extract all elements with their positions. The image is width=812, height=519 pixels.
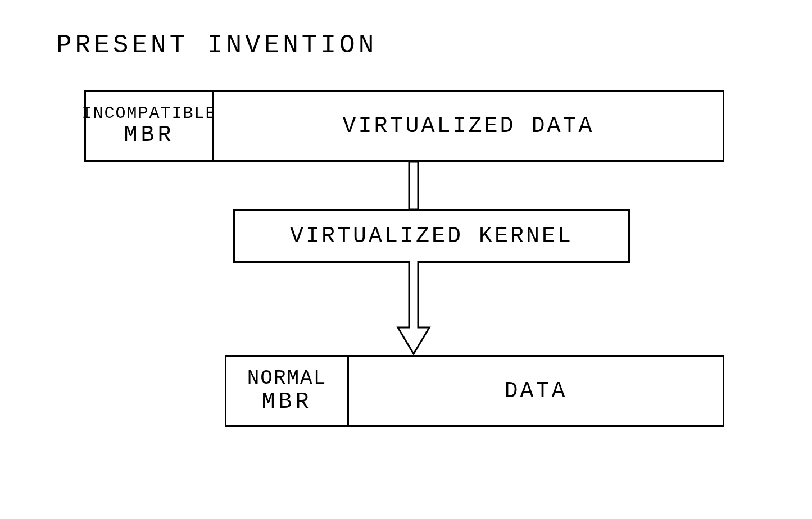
virtualized-kernel-label: VIRTUALIZED KERNEL [290,224,573,249]
data-label: DATA [504,379,567,404]
normal-mbr-cell: NORMAL MBR [225,355,349,427]
mbr-label-bottom: MBR [261,390,312,415]
incompatible-mbr-cell: INCOMPATIBLE MBR [84,90,214,162]
normal-label: NORMAL [247,367,327,390]
virtualized-data-label: VIRTUALIZED DATA [342,113,594,139]
diagram-title: PRESENT INVENTION [56,31,377,60]
svg-rect-0 [409,162,418,210]
mbr-label-top: MBR [124,123,174,148]
data-cell: DATA [349,355,724,427]
virtualized-data-cell: VIRTUALIZED DATA [214,90,724,162]
top-row: INCOMPATIBLE MBR VIRTUALIZED DATA [84,90,724,162]
bottom-row: NORMAL MBR DATA [225,355,724,427]
virtualized-kernel-box: VIRTUALIZED KERNEL [233,209,630,263]
incompatible-label: INCOMPATIBLE [81,104,216,123]
arrow-middle-to-bottom [393,261,434,357]
